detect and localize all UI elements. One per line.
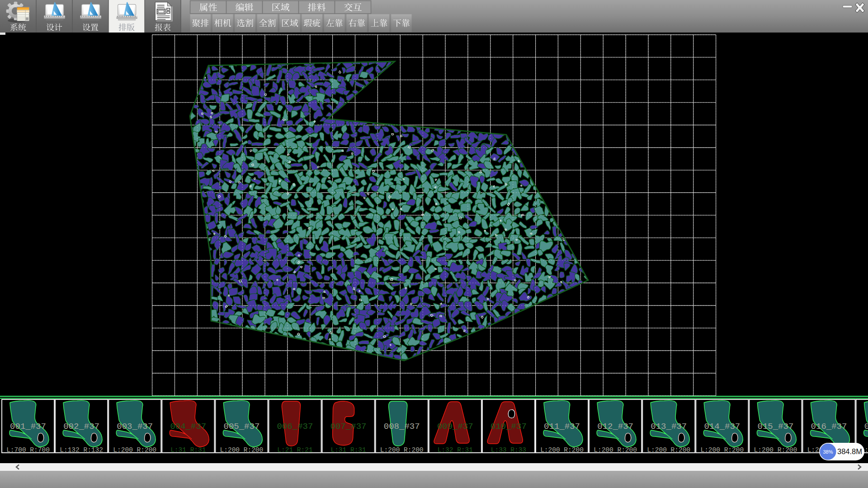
svg-text:012_#37: 012_#37: [597, 422, 633, 432]
svg-text:014_#37: 014_#37: [704, 422, 740, 432]
svg-text:011_#37: 011_#37: [544, 422, 580, 432]
svg-text:017_#37: 017_#37: [864, 422, 868, 432]
svg-text:003_#37: 003_#37: [117, 422, 153, 432]
svg-text:L:31 R:31: L:31 R:31: [170, 446, 206, 454]
svg-text:L:200 R:200: L:200 R:200: [113, 446, 156, 454]
svg-text:005_#37: 005_#37: [223, 422, 259, 432]
svg-text:L:200 R:200: L:200 R:200: [594, 446, 637, 454]
svg-text:006_#37: 006_#37: [277, 422, 313, 432]
svg-text:L:21 R:21: L:21 R:21: [277, 446, 312, 454]
svg-text:L:200 R:200: L:200 R:200: [647, 446, 690, 454]
svg-text:016_#37: 016_#37: [811, 422, 847, 432]
svg-text:004_#37: 004_#37: [170, 422, 206, 432]
svg-text:013_#37: 013_#37: [651, 422, 687, 432]
svg-text:L:200 R:200: L:200 R:200: [540, 446, 584, 454]
svg-text:002_#37: 002_#37: [63, 422, 99, 432]
svg-text:38%: 38%: [823, 449, 833, 455]
svg-text:L:200 R:200: L:200 R:200: [220, 446, 264, 454]
svg-text:007_#37: 007_#37: [330, 422, 367, 432]
svg-text:009_#37: 009_#37: [437, 422, 473, 432]
svg-text:001_#37: 001_#37: [10, 422, 46, 432]
svg-text:L:33 R:33: L:33 R:33: [491, 446, 526, 454]
svg-text:L:200 R:200: L:200 R:200: [754, 446, 797, 454]
svg-text:384.8M: 384.8M: [837, 447, 862, 455]
svg-text:L:200 R:200: L:200 R:200: [380, 446, 424, 454]
svg-text:008_#37: 008_#37: [384, 422, 420, 432]
svg-text:010_#37: 010_#37: [491, 422, 527, 432]
svg-text:015_#37: 015_#37: [757, 422, 793, 432]
svg-text:L:132 R:132: L:132 R:132: [60, 446, 103, 454]
svg-text:L:700 R:700: L:700 R:700: [6, 446, 50, 454]
svg-text:L:200 R:200: L:200 R:200: [700, 446, 744, 454]
svg-text:L:32 R:31: L:32 R:31: [438, 446, 473, 454]
svg-text:L:31 R:31: L:31 R:31: [330, 446, 366, 454]
